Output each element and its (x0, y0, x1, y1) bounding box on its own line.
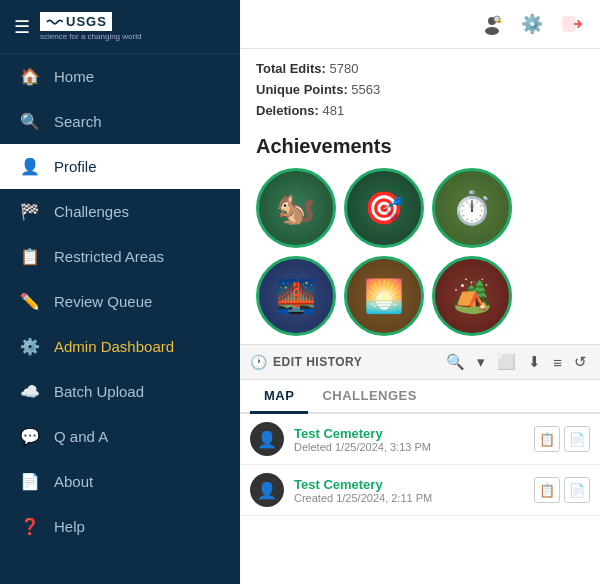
tabs-bar: MAPCHALLENGES (240, 380, 600, 414)
achievement-badge-3: 🌉 (256, 256, 336, 336)
q-and-a-nav-icon: 💬 (20, 427, 40, 446)
unique-points-value: 5563 (351, 82, 380, 97)
badge-icon-3: 🌉 (259, 259, 333, 333)
record-title-1: Test Cemetery (294, 477, 524, 492)
sidebar-item-help[interactable]: ❓Help (0, 504, 240, 549)
achievements-title: Achievements (240, 127, 600, 164)
tab-map[interactable]: MAP (250, 380, 308, 414)
top-toolbar: 🔒 ⚙️ (240, 0, 600, 49)
sidebar-item-label-review-queue: Review Queue (54, 293, 152, 310)
sort-edit-icon[interactable]: ≡ (550, 352, 565, 373)
badge-icon-1: 🎯 (347, 171, 421, 245)
deletions-label: Deletions: (256, 103, 319, 118)
total-edits-value: 5780 (329, 61, 358, 76)
badge-icon-0: 🐿️ (259, 171, 333, 245)
record-doc-btn-1[interactable]: 📄 (564, 477, 590, 503)
review-queue-nav-icon: ✏️ (20, 292, 40, 311)
sidebar-item-label-q-and-a: Q and A (54, 428, 108, 445)
sidebar-item-label-challenges: Challenges (54, 203, 129, 220)
sidebar-item-restricted-areas[interactable]: 📋Restricted Areas (0, 234, 240, 279)
usgs-logo: USGS science for a changing world (40, 12, 141, 41)
sidebar-item-admin-dashboard[interactable]: ⚙️Admin Dashboard (0, 324, 240, 369)
settings-icon[interactable]: ⚙️ (516, 8, 548, 40)
admin-dashboard-nav-icon: ⚙️ (20, 337, 40, 356)
stats-section: Total Edits: 5780 Unique Points: 5563 De… (240, 49, 600, 127)
record-subtitle-1: Created 1/25/2024, 2:11 PM (294, 492, 524, 504)
record-actions-0: 📋 📄 (534, 426, 590, 452)
help-nav-icon: ❓ (20, 517, 40, 536)
restricted-areas-nav-icon: 📋 (20, 247, 40, 266)
filter-edit-icon[interactable]: ▾ (474, 351, 488, 373)
svg-rect-4 (563, 17, 575, 31)
hamburger-icon[interactable]: ☰ (14, 16, 30, 38)
sidebar-item-label-profile: Profile (54, 158, 97, 175)
svg-text:🔒: 🔒 (496, 17, 503, 24)
record-title-0: Test Cemetery (294, 426, 524, 441)
home-nav-icon: 🏠 (20, 67, 40, 86)
sidebar-item-profile[interactable]: 👤Profile (0, 144, 240, 189)
usgs-text: USGS (66, 14, 107, 29)
usgs-wave-icon (45, 15, 63, 29)
unique-points-label: Unique Points: (256, 82, 348, 97)
sidebar-item-label-restricted-areas: Restricted Areas (54, 248, 164, 265)
achievement-badge-2: ⏱️ (432, 168, 512, 248)
achievement-badge-5: 🏕️ (432, 256, 512, 336)
record-info-1: Test Cemetery Created 1/25/2024, 2:11 PM (294, 477, 524, 504)
sidebar-item-q-and-a[interactable]: 💬Q and A (0, 414, 240, 459)
sidebar-item-label-batch-upload: Batch Upload (54, 383, 144, 400)
about-nav-icon: 📄 (20, 472, 40, 491)
record-doc-btn-0[interactable]: 📄 (564, 426, 590, 452)
achievement-badge-4: 🌅 (344, 256, 424, 336)
batch-upload-nav-icon: ☁️ (20, 382, 40, 401)
record-avatar-1: 👤 (250, 473, 284, 507)
sidebar-item-label-about: About (54, 473, 93, 490)
download-edit-icon[interactable]: ⬇ (525, 351, 544, 373)
sidebar-header: ☰ USGS science for a changing world (0, 0, 240, 54)
profile-nav-icon: 👤 (20, 157, 40, 176)
challenges-nav-icon: 🏁 (20, 202, 40, 221)
edit-history-bar: 🕐 EDIT HISTORY 🔍 ▾ ⬜ ⬇ ≡ ↺ (240, 344, 600, 380)
sidebar-item-search[interactable]: 🔍Search (0, 99, 240, 144)
record-copy-btn-0[interactable]: 📋 (534, 426, 560, 452)
main-content: 🔒 ⚙️ Total Edits: 5780 Unique Points: 55… (240, 0, 600, 584)
achievement-badge-1: 🎯 (344, 168, 424, 248)
sidebar-item-label-home: Home (54, 68, 94, 85)
badge-icon-4: 🌅 (347, 259, 421, 333)
sidebar-item-label-help: Help (54, 518, 85, 535)
sidebar-item-batch-upload[interactable]: ☁️Batch Upload (0, 369, 240, 414)
total-edits-label: Total Edits: (256, 61, 326, 76)
record-info-0: Test Cemetery Deleted 1/25/2024, 3:13 PM (294, 426, 524, 453)
record-item-0: 👤 Test Cemetery Deleted 1/25/2024, 3:13 … (240, 414, 600, 465)
profile-icon[interactable]: 🔒 (476, 8, 508, 40)
records-list: 👤 Test Cemetery Deleted 1/25/2024, 3:13 … (240, 414, 600, 584)
usgs-logo-box: USGS (40, 12, 112, 31)
deletions-value: 481 (322, 103, 344, 118)
logout-icon[interactable] (556, 8, 588, 40)
badge-icon-5: 🏕️ (435, 259, 509, 333)
refresh-edit-icon[interactable]: ↺ (571, 351, 590, 373)
sidebar-item-challenges[interactable]: 🏁Challenges (0, 189, 240, 234)
search-edit-icon[interactable]: 🔍 (443, 351, 468, 373)
achievement-badge-0: 🐿️ (256, 168, 336, 248)
clock-icon: 🕐 (250, 354, 267, 370)
expand-edit-icon[interactable]: ⬜ (494, 351, 519, 373)
svg-point-1 (485, 27, 499, 35)
sidebar: ☰ USGS science for a changing world 🏠Hom… (0, 0, 240, 584)
achievements-grid: 🐿️🎯⏱️🌉🌅🏕️ (240, 164, 600, 344)
record-item-1: 👤 Test Cemetery Created 1/25/2024, 2:11 … (240, 465, 600, 516)
edit-history-label: EDIT HISTORY (273, 355, 362, 369)
record-subtitle-0: Deleted 1/25/2024, 3:13 PM (294, 441, 524, 453)
sidebar-item-home[interactable]: 🏠Home (0, 54, 240, 99)
search-nav-icon: 🔍 (20, 112, 40, 131)
sidebar-item-label-search: Search (54, 113, 102, 130)
sidebar-nav: 🏠Home🔍Search👤Profile🏁Challenges📋Restrict… (0, 54, 240, 584)
record-actions-1: 📋 📄 (534, 477, 590, 503)
tab-challenges[interactable]: CHALLENGES (308, 380, 431, 414)
sidebar-item-label-admin-dashboard: Admin Dashboard (54, 338, 174, 355)
badge-icon-2: ⏱️ (435, 171, 509, 245)
sidebar-item-about[interactable]: 📄About (0, 459, 240, 504)
usgs-tagline: science for a changing world (40, 32, 141, 41)
record-copy-btn-1[interactable]: 📋 (534, 477, 560, 503)
sidebar-item-review-queue[interactable]: ✏️Review Queue (0, 279, 240, 324)
record-avatar-0: 👤 (250, 422, 284, 456)
